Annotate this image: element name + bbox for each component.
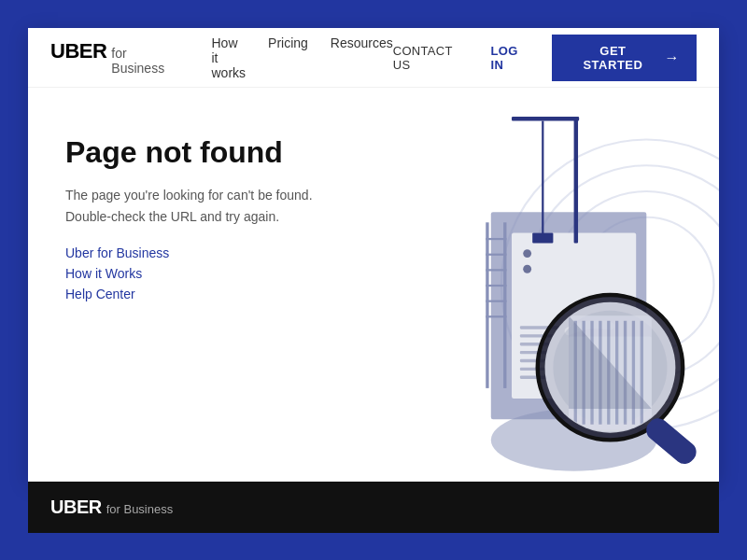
svg-rect-18 — [503, 222, 506, 388]
main-card: UBER for Business How it works Pricing R… — [28, 28, 719, 482]
svg-rect-16 — [532, 232, 553, 243]
main-content: Page not found The page you're looking f… — [28, 88, 719, 482]
link-uber-for-business[interactable]: Uber for Business — [65, 245, 371, 260]
footer: UBER for Business — [28, 482, 719, 533]
svg-rect-19 — [486, 238, 506, 240]
logo: UBER for Business — [50, 39, 181, 76]
nav-pricing[interactable]: Pricing — [268, 35, 308, 80]
svg-rect-22 — [486, 285, 506, 287]
page-title: Page not found — [65, 134, 371, 170]
contact-us-link[interactable]: CONTACT US — [393, 44, 472, 72]
page-description: The page you're looking for can't be fou… — [65, 185, 345, 227]
arrow-icon: → — [665, 49, 681, 66]
link-how-it-works[interactable]: How it Works — [65, 266, 371, 281]
svg-rect-24 — [486, 315, 506, 317]
footer-logo-forbusiness: for Business — [106, 502, 174, 516]
svg-rect-23 — [486, 301, 506, 302]
footer-logo-uber: UBER — [50, 497, 102, 518]
login-button[interactable]: LOG IN — [491, 44, 534, 72]
get-started-label: GET STARTED — [569, 44, 656, 72]
link-help-center[interactable]: Help Center — [65, 287, 371, 301]
illustration-section — [408, 88, 719, 482]
logo-uber: UBER — [50, 39, 106, 63]
svg-rect-13 — [574, 119, 578, 243]
footer-logo: UBER for Business — [50, 497, 173, 518]
svg-rect-20 — [486, 254, 506, 256]
text-section: Page not found The page you're looking f… — [28, 88, 408, 482]
nav-how-it-works[interactable]: How it works — [211, 35, 246, 80]
nav-resources[interactable]: Resources — [331, 35, 393, 80]
get-started-button[interactable]: GET STARTED → — [552, 35, 697, 81]
svg-rect-21 — [486, 269, 506, 271]
nav-actions: CONTACT US LOG IN GET STARTED → — [393, 35, 697, 81]
quick-links: Uber for Business How it Works Help Cent… — [65, 245, 371, 301]
svg-rect-14 — [512, 117, 579, 120]
navbar: UBER for Business How it works Pricing R… — [28, 28, 719, 88]
nav-links: How it works Pricing Resources — [211, 35, 392, 80]
svg-point-26 — [523, 265, 531, 273]
bottom-space — [0, 533, 747, 560]
svg-point-25 — [523, 249, 531, 258]
svg-rect-17 — [486, 222, 488, 388]
logo-forbusiness: for Business — [111, 46, 181, 76]
404-illustration — [408, 88, 719, 482]
outer-wrapper: UBER for Business How it works Pricing R… — [0, 0, 747, 560]
